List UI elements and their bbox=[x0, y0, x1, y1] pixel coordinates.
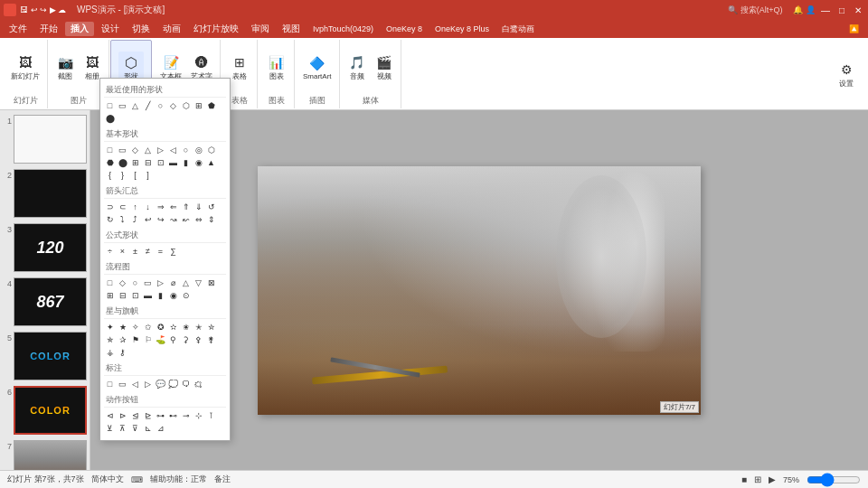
shape-item[interactable]: ✧ bbox=[129, 321, 141, 333]
view-grid-button[interactable]: ⊞ bbox=[754, 474, 761, 484]
shape-item[interactable]: □ bbox=[104, 144, 116, 155]
screenshot-button[interactable]: 📷 截图 bbox=[52, 52, 78, 83]
slide-image-5[interactable]: COLOR bbox=[14, 332, 87, 380]
collapse-ribbon-button[interactable]: 🔼 bbox=[844, 23, 864, 34]
shape-item[interactable]: ▷ bbox=[155, 144, 166, 155]
shape-item[interactable]: ∑ bbox=[167, 245, 179, 257]
shape-item[interactable]: ⚴ bbox=[193, 333, 204, 345]
shape-item[interactable]: □ bbox=[104, 378, 116, 389]
shape-item[interactable]: △ bbox=[129, 99, 141, 111]
shape-item[interactable]: ⊼ bbox=[117, 422, 128, 434]
shape-item[interactable]: ▮ bbox=[155, 289, 166, 301]
shape-item[interactable]: ╱ bbox=[142, 99, 154, 111]
shape-item[interactable]: ✫ bbox=[167, 321, 179, 333]
shape-item[interactable]: ↑ bbox=[129, 201, 141, 212]
shape-item[interactable]: ✯ bbox=[104, 333, 116, 345]
shape-item[interactable]: ⚵ bbox=[205, 333, 217, 345]
shape-item[interactable]: ⊙ bbox=[180, 289, 192, 301]
shape-item[interactable]: } bbox=[117, 169, 128, 181]
shape-item[interactable]: ⤵ bbox=[117, 213, 128, 225]
slide-thumb-5[interactable]: 5 COLOR bbox=[2, 331, 88, 381]
shape-item[interactable]: ⊵ bbox=[142, 409, 154, 421]
shape-item[interactable]: ≠ bbox=[142, 245, 154, 257]
shape-item[interactable]: 💬 bbox=[155, 378, 166, 389]
shape-item[interactable]: ⇑ bbox=[180, 201, 192, 212]
shape-item[interactable]: ✪ bbox=[155, 321, 166, 333]
shape-item[interactable]: ⊟ bbox=[142, 156, 154, 168]
shape-item[interactable]: ⊻ bbox=[104, 422, 116, 434]
shape-item[interactable]: ▲ bbox=[205, 156, 217, 168]
shape-item[interactable]: □ bbox=[104, 99, 116, 111]
notes-button[interactable]: 备注 bbox=[214, 474, 231, 485]
menu-insert[interactable]: 插入 bbox=[65, 22, 94, 36]
shape-item[interactable]: [ bbox=[129, 169, 141, 181]
shape-item[interactable]: △ bbox=[142, 144, 154, 155]
shape-item[interactable]: ⤴ bbox=[129, 213, 141, 225]
menu-slideshow[interactable]: 幻灯片放映 bbox=[188, 22, 244, 36]
shape-item[interactable]: ✩ bbox=[142, 321, 154, 333]
shape-item[interactable]: ⚷ bbox=[117, 346, 128, 358]
shape-item[interactable]: ⊞ bbox=[104, 289, 116, 301]
menu-extra1[interactable]: IvphTouch(0429) bbox=[307, 23, 379, 34]
shape-item[interactable]: ◇ bbox=[129, 144, 141, 155]
shape-item[interactable]: ⊠ bbox=[205, 277, 217, 288]
maximize-button[interactable]: □ bbox=[835, 4, 848, 16]
shape-item[interactable]: ⊶ bbox=[155, 409, 166, 421]
shape-item[interactable]: ○ bbox=[180, 144, 192, 155]
shape-item[interactable]: ▽ bbox=[193, 277, 204, 288]
shape-item[interactable]: ⚐ bbox=[142, 333, 154, 345]
shape-item[interactable]: ⚶ bbox=[104, 346, 116, 358]
shape-item[interactable]: ⛳ bbox=[155, 333, 166, 345]
shape-item[interactable]: ▮ bbox=[180, 156, 192, 168]
shape-item[interactable]: ▭ bbox=[142, 277, 154, 288]
shape-item[interactable]: ◁ bbox=[167, 144, 179, 155]
shape-item[interactable]: ⊡ bbox=[129, 289, 141, 301]
shape-item[interactable]: ± bbox=[129, 245, 141, 257]
shape-item[interactable]: × bbox=[117, 245, 128, 257]
slide-thumb-1[interactable]: 1 bbox=[2, 114, 88, 164]
shape-item[interactable]: ⊂ bbox=[117, 201, 128, 212]
shape-item[interactable]: ○ bbox=[155, 99, 166, 111]
shape-item[interactable]: ○ bbox=[129, 277, 141, 288]
shape-item[interactable]: ⊹ bbox=[193, 409, 204, 421]
menu-view[interactable]: 视图 bbox=[277, 22, 306, 36]
menu-onekey8[interactable]: OneKey 8 bbox=[381, 23, 428, 34]
minimize-button[interactable]: — bbox=[819, 4, 832, 16]
video-button[interactable]: 🎬 视频 bbox=[372, 52, 397, 83]
menu-animation[interactable]: 动画 bbox=[157, 22, 186, 36]
smartart-button[interactable]: 🔷 SmartArt bbox=[299, 52, 335, 82]
shape-item[interactable]: ▭ bbox=[117, 99, 128, 111]
shape-item[interactable]: ⇕ bbox=[205, 213, 217, 225]
shape-item[interactable]: ⇐ bbox=[167, 201, 179, 212]
shape-item[interactable]: ✰ bbox=[117, 333, 128, 345]
shape-item[interactable]: ✮ bbox=[205, 321, 217, 333]
menu-bailu[interactable]: 白鹭动画 bbox=[496, 23, 540, 36]
menu-start[interactable]: 开始 bbox=[34, 22, 63, 36]
shape-item[interactable]: ⇒ bbox=[155, 201, 166, 212]
shape-item[interactable]: ↓ bbox=[142, 201, 154, 212]
shape-item[interactable]: { bbox=[104, 169, 116, 181]
menu-design[interactable]: 设计 bbox=[96, 22, 125, 36]
shape-item[interactable]: ↻ bbox=[104, 213, 116, 225]
shape-item[interactable]: ◁ bbox=[129, 378, 141, 389]
slide-image-7[interactable] bbox=[14, 440, 87, 470]
slide-thumb-4[interactable]: 4 867 bbox=[2, 277, 88, 327]
shape-item[interactable]: ⊳ bbox=[117, 409, 128, 421]
shape-item[interactable]: ▷ bbox=[142, 378, 154, 389]
shape-item[interactable]: ✦ bbox=[104, 321, 116, 333]
shape-item[interactable]: ⚑ bbox=[129, 333, 141, 345]
slide-image-3[interactable]: 120 bbox=[14, 223, 87, 272]
shape-item[interactable]: ÷ bbox=[104, 245, 116, 257]
shape-item[interactable]: ↪ bbox=[155, 213, 166, 225]
new-slide-button[interactable]: 🖼 新幻灯片 bbox=[7, 52, 43, 83]
view-normal-button[interactable]: ■ bbox=[741, 474, 747, 484]
slide-image-1[interactable] bbox=[14, 115, 87, 164]
shape-item[interactable]: ▬ bbox=[142, 289, 154, 301]
shape-item[interactable]: ◉ bbox=[193, 156, 204, 168]
shape-item[interactable]: ⊸ bbox=[180, 409, 192, 421]
slide-thumb-7[interactable]: 7 bbox=[2, 439, 88, 470]
shape-item[interactable]: ⬡ bbox=[180, 99, 192, 111]
shape-item[interactable]: ] bbox=[142, 169, 154, 181]
shape-item[interactable]: ▷ bbox=[155, 277, 166, 288]
shape-item[interactable]: ⊃ bbox=[104, 201, 116, 212]
